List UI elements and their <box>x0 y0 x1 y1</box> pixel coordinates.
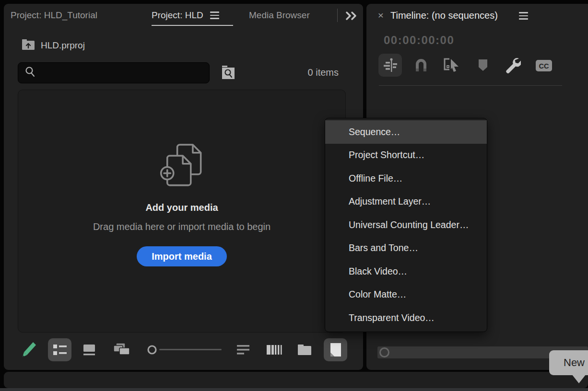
freeform-view-button[interactable] <box>110 341 131 358</box>
panel-menu-icon[interactable] <box>519 12 528 20</box>
icon-view-icon <box>82 344 96 356</box>
linked-selection-icon[interactable] <box>442 57 460 74</box>
sort-order-button[interactable] <box>235 341 252 358</box>
breadcrumb-file-label[interactable]: HLD.prproj <box>41 40 85 51</box>
window-chrome-strip <box>0 388 588 391</box>
double-chevron-right-icon[interactable] <box>345 12 360 22</box>
empty-state-subtitle: Drag media here or import media to begin <box>18 221 345 232</box>
new-bin-icon <box>297 344 312 356</box>
tab-media-browser[interactable]: Media Browser <box>249 4 310 27</box>
add-marker-icon[interactable] <box>478 58 488 72</box>
menu-item-project-shortcut[interactable]: Project Shortcut… <box>325 144 487 167</box>
menu-item-color-matte[interactable]: Color Matte… <box>325 283 487 307</box>
timecode-display[interactable]: 00:00:00:00 <box>384 34 454 47</box>
tab-label: Project: HLD_Tutorial <box>11 10 97 21</box>
search-bin-icon[interactable] <box>221 65 236 80</box>
breadcrumb: HLD.prproj <box>22 38 85 53</box>
search-box[interactable] <box>18 62 210 83</box>
new-bin-button[interactable] <box>295 341 314 358</box>
column-bars-icon <box>266 344 285 356</box>
nest-insert-button[interactable] <box>378 54 402 77</box>
scrollbar-ring-handle[interactable] <box>379 347 389 357</box>
menu-item-universal-counting-leader[interactable]: Universal Counting Leader… <box>325 213 487 237</box>
tabbar-divider <box>337 9 338 22</box>
lower-panel-edge <box>4 372 588 388</box>
new-item-icon <box>329 343 342 357</box>
menu-item-bars-and-tone[interactable]: Bars and Tone… <box>325 237 487 260</box>
menu-item-adjustment-layer[interactable]: Adjustment Layer… <box>325 190 487 214</box>
search-input[interactable] <box>40 68 209 78</box>
empty-state-title: Add your media <box>18 202 345 213</box>
active-tab-underline <box>152 25 233 26</box>
zoom-slider-track[interactable] <box>159 349 222 350</box>
nest-insert-icon <box>383 58 398 73</box>
toolbar-separator <box>379 85 562 86</box>
media-drop-zone[interactable]: Add your media Drag media here or import… <box>18 90 346 333</box>
list-view-button[interactable] <box>48 338 71 361</box>
menu-item-transparent-video[interactable]: Transparent Video… <box>325 306 487 330</box>
timeline-settings-wrench-icon[interactable] <box>505 57 521 74</box>
new-item-button[interactable] <box>324 338 347 361</box>
tab-project-hld-tutorial[interactable]: Project: HLD_Tutorial <box>11 4 97 27</box>
tooltip-new: New <box>549 350 588 375</box>
list-view-icon <box>53 344 67 356</box>
zoom-slider-handle[interactable] <box>147 345 157 355</box>
tab-label: Media Browser <box>249 10 310 21</box>
svg-text:CC: CC <box>539 62 549 70</box>
column-bars-button[interactable] <box>265 341 286 358</box>
folder-up-icon[interactable] <box>22 39 35 52</box>
panel-menu-icon[interactable] <box>210 12 219 19</box>
project-writable-pencil-icon[interactable] <box>22 341 37 360</box>
menu-item-sequence[interactable]: Sequence… <box>325 120 487 144</box>
menu-item-black-video[interactable]: Black Video… <box>325 260 487 283</box>
project-panel: Project: HLD_Tutorial Project: HLD Media… <box>4 4 363 370</box>
search-icon <box>25 66 35 80</box>
timeline-panel-title[interactable]: Timeline: (no sequences) <box>390 4 498 27</box>
menu-item-offline-file[interactable]: Offline File… <box>325 167 487 190</box>
icon-view-button[interactable] <box>81 341 98 358</box>
new-item-context-menu: Sequence… Project Shortcut… Offline File… <box>325 118 487 332</box>
snap-magnet-icon[interactable] <box>413 58 429 73</box>
freeform-view-icon <box>110 343 130 357</box>
close-icon[interactable]: × <box>374 9 388 22</box>
import-media-button[interactable]: Import media <box>137 246 227 266</box>
captions-cc-icon[interactable]: CC <box>535 59 553 72</box>
sort-order-icon <box>236 344 251 356</box>
add-media-documents-icon <box>18 144 345 192</box>
tooltip-label: New <box>564 356 585 369</box>
tab-project-hld[interactable]: Project: HLD <box>152 4 219 27</box>
items-count: 0 items <box>308 62 339 82</box>
tab-label: Project: HLD <box>152 10 203 21</box>
